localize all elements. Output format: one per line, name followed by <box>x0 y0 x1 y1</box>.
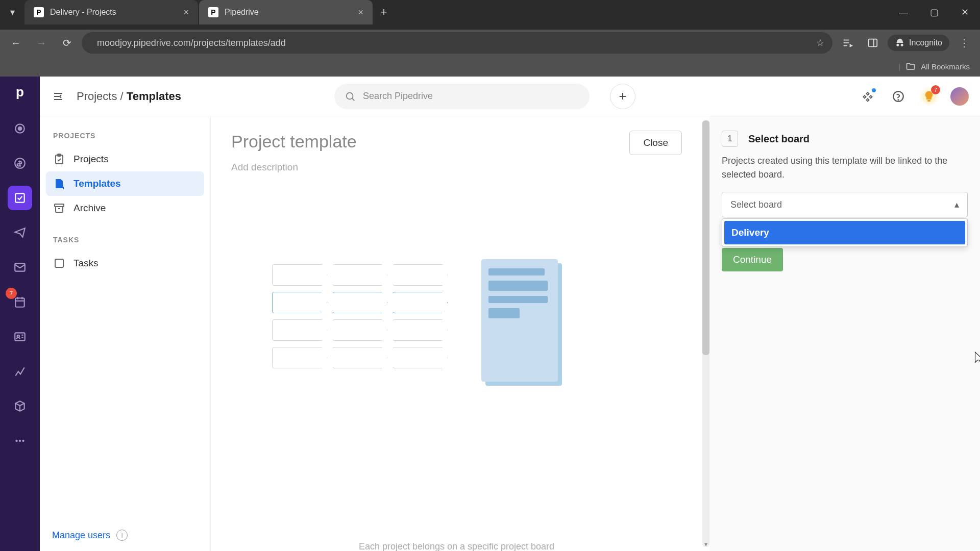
svg-rect-9 <box>869 39 877 47</box>
marketplace-icon[interactable] <box>857 86 878 107</box>
playlist-icon[interactable] <box>837 32 858 54</box>
window-minimize-icon[interactable]: — <box>888 0 919 24</box>
description-input[interactable]: Add description <box>231 162 682 173</box>
nav-rail: p 7 <box>0 77 40 551</box>
svg-rect-20 <box>15 333 25 340</box>
svg-rect-14 <box>15 193 24 202</box>
search-icon <box>345 91 356 102</box>
rail-contacts-icon[interactable] <box>8 324 32 349</box>
dropdown-option-delivery[interactable]: Delivery <box>724 221 965 244</box>
browser-tab-strip: ▾ P Delivery - Projects × P Pipedrive × … <box>0 0 980 30</box>
incognito-badge[interactable]: Incognito <box>888 35 949 51</box>
rail-deals-icon[interactable] <box>8 151 32 176</box>
bookmark-star-icon[interactable]: ☆ <box>816 37 824 48</box>
app-header: Projects / Templates Search Pipedrive + … <box>40 77 980 116</box>
close-button[interactable]: Close <box>629 131 682 155</box>
search-placeholder: Search Pipedrive <box>363 91 433 102</box>
pipedrive-logo[interactable]: p <box>10 82 30 102</box>
reload-button[interactable]: ⟳ <box>56 32 78 54</box>
archive-icon <box>53 202 65 214</box>
address-bar[interactable]: moodjoy.pipedrive.com/projects/templates… <box>82 32 832 54</box>
svg-marker-8 <box>850 45 852 47</box>
content-area: Project template Add description Close <box>211 116 980 551</box>
illustration-chevron <box>393 292 448 313</box>
new-tab-button[interactable]: + <box>374 0 394 24</box>
rail-badge: 7 <box>6 288 17 299</box>
scroll-down-icon[interactable]: ▾ <box>702 541 709 548</box>
illustration-chevron <box>393 264 448 286</box>
svg-point-30 <box>347 92 353 99</box>
bookmarks-bar: | All Bookmarks <box>0 56 980 77</box>
sidebar-item-archive[interactable]: Archive <box>46 196 204 220</box>
rail-mail-icon[interactable] <box>8 255 32 280</box>
rail-products-icon[interactable] <box>8 394 32 418</box>
clipboard-check-icon <box>53 153 65 165</box>
forward-button: → <box>31 32 52 54</box>
rail-leads-icon[interactable] <box>8 116 32 141</box>
scrollbar[interactable]: ▴ ▾ <box>702 120 709 547</box>
sidebar-label: Archive <box>74 203 106 214</box>
step-description: Projects created using this template wil… <box>722 154 968 182</box>
sidebar-item-projects[interactable]: Projects <box>46 147 204 171</box>
scroll-thumb[interactable] <box>702 120 709 355</box>
breadcrumb-root[interactable]: Projects <box>77 90 117 103</box>
close-tab-icon[interactable]: × <box>183 7 189 18</box>
browser-tab-active[interactable]: P Pipedrive × <box>199 0 373 24</box>
svg-rect-38 <box>55 259 63 267</box>
rail-more-icon[interactable] <box>8 429 32 453</box>
quick-add-button[interactable]: + <box>610 84 635 109</box>
illustration-chevron <box>272 264 327 286</box>
svg-line-31 <box>352 98 355 101</box>
template-icon <box>53 178 65 190</box>
rail-campaigns-icon[interactable] <box>8 220 32 245</box>
incognito-label: Incognito <box>909 38 942 47</box>
sidebar-toggle-icon[interactable] <box>50 88 66 105</box>
search-input[interactable]: Search Pipedrive <box>334 84 590 109</box>
continue-button[interactable]: Continue <box>722 248 783 271</box>
sidebar-label: Tasks <box>74 258 99 269</box>
manage-users-label: Manage users <box>52 530 110 541</box>
svg-point-33 <box>898 99 898 99</box>
illustration-chevron <box>272 319 327 341</box>
svg-point-26 <box>22 440 24 442</box>
illustration-chevron <box>393 319 448 341</box>
url-text: moodjoy.pipedrive.com/projects/templates… <box>97 38 802 48</box>
sales-assistant-icon[interactable]: 7 <box>919 86 939 107</box>
illustration-chevron <box>332 264 387 286</box>
select-placeholder: Select board <box>730 199 782 210</box>
page-title[interactable]: Project template <box>231 132 682 152</box>
tab-dropdown[interactable]: ▾ <box>0 0 24 24</box>
user-avatar[interactable] <box>949 86 970 107</box>
illustration-card <box>481 259 558 382</box>
breadcrumb: Projects / Templates <box>77 90 181 103</box>
info-icon[interactable]: i <box>116 530 128 541</box>
browser-tab[interactable]: P Delivery - Projects × <box>24 0 198 24</box>
back-button[interactable]: ← <box>5 32 27 54</box>
rail-activities-icon[interactable]: 7 <box>8 290 32 314</box>
tab-title: Delivery - Projects <box>50 8 116 17</box>
tab-title: Pipedrive <box>225 8 259 17</box>
illustration-chevron <box>332 292 387 313</box>
window-close-icon[interactable]: ✕ <box>949 0 980 24</box>
all-bookmarks-link[interactable]: All Bookmarks <box>921 62 970 71</box>
board-dropdown: Delivery <box>722 218 968 247</box>
help-icon[interactable] <box>888 86 909 107</box>
board-select[interactable]: Select board ▴ <box>722 192 968 217</box>
hint-text: Each project belongs on a specific proje… <box>359 541 554 551</box>
app-body: PROJECTS Projects Templates Archive TASK… <box>40 116 980 551</box>
svg-point-25 <box>19 440 21 442</box>
sidepanel-icon[interactable] <box>862 32 884 54</box>
rail-insights-icon[interactable] <box>8 359 32 384</box>
close-tab-icon[interactable]: × <box>358 7 363 18</box>
manage-users-link[interactable]: Manage users i <box>52 530 128 541</box>
main-area: Projects / Templates Search Pipedrive + … <box>40 77 980 551</box>
illustration-chevron <box>332 319 387 341</box>
sidebar-item-tasks[interactable]: Tasks <box>46 251 204 276</box>
browser-menu-icon[interactable]: ⋮ <box>953 32 975 54</box>
step-panel: 1 Select board Projects created using th… <box>709 116 980 551</box>
breadcrumb-current: Templates <box>127 90 181 103</box>
rail-projects-icon[interactable] <box>8 186 32 210</box>
window-maximize-icon[interactable]: ▢ <box>919 0 949 24</box>
sidebar-item-templates[interactable]: Templates <box>46 171 204 196</box>
sidebar: PROJECTS Projects Templates Archive TASK… <box>40 116 211 551</box>
